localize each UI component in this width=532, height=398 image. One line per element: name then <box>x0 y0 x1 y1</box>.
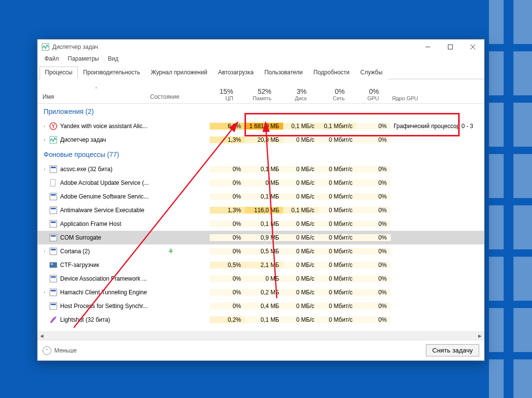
process-row[interactable]: Antimalware Service Executable 1,3% 116,… <box>38 203 484 217</box>
window-title: Диспетчер задач <box>52 44 417 50</box>
menu-view[interactable]: Вид <box>104 54 122 63</box>
process-row[interactable]: › Y Yandex with voice assistant Alic... … <box>38 119 484 133</box>
cell-cpu: 0% <box>210 275 245 282</box>
process-icon <box>49 316 57 324</box>
close-button[interactable] <box>462 40 484 54</box>
process-name: Host Process for Setting Synchr... <box>60 303 168 310</box>
process-name: Antimalware Service Executable <box>60 207 168 214</box>
cell-gpu: 0% <box>356 136 391 143</box>
cell-cpu: 0,2% <box>210 316 245 323</box>
cell-memory: 2,1 МБ <box>245 262 283 268</box>
scroll-left-icon[interactable]: ◀ <box>38 332 46 340</box>
process-name: Adobe Acrobat Update Service (... <box>60 179 168 186</box>
maximize-button[interactable] <box>439 40 462 54</box>
scroll-right-icon[interactable]: ▶ <box>476 332 484 340</box>
minimize-button[interactable] <box>417 40 439 54</box>
tabs: Процессы Производительность Журнал прило… <box>38 66 484 79</box>
tab-details[interactable]: Подробности <box>308 66 355 79</box>
cell-cpu: 0% <box>210 289 245 296</box>
expand-icon[interactable]: › <box>42 290 47 295</box>
process-icon <box>49 247 57 255</box>
col-status[interactable]: Состояние <box>150 93 202 103</box>
process-row[interactable]: Device Association Framework ... 0% 0 МБ… <box>38 272 484 286</box>
horizontal-scrollbar[interactable]: ◀ ▶ <box>38 332 484 340</box>
cell-memory: 0,5 МБ <box>245 248 283 255</box>
col-disk[interactable]: 3%Диск <box>275 88 310 103</box>
sort-caret-icon: ⌃ <box>43 87 150 91</box>
process-row[interactable]: Lightshot (32 бита) 0,2% 0,1 МБ 0 МБ/с 0… <box>38 313 484 327</box>
tab-services[interactable]: Службы <box>355 66 388 79</box>
expand-icon[interactable]: › <box>42 137 47 142</box>
tab-startup[interactable]: Автозагрузка <box>213 66 259 79</box>
process-icon <box>49 206 57 214</box>
svg-rect-2 <box>448 45 453 49</box>
process-row[interactable]: Application Frame Host 0% 0,1 МБ 0 МБ/с … <box>38 217 484 231</box>
process-name: Yandex with voice assistant Alic... <box>60 123 168 130</box>
process-row[interactable]: › Диспетчер задач 1,3% 20,8 МБ 0 МБ/с 0 … <box>38 133 484 147</box>
process-list[interactable]: Приложения (2) › Y Yandex with voice ass… <box>38 104 484 332</box>
cell-memory: 0,1 МБ <box>245 166 283 173</box>
cell-memory: 0,1 МБ <box>245 221 283 227</box>
col-memory[interactable]: 52%Память <box>237 88 275 103</box>
cell-gpu-core: Графический процессор 0 - 3 <box>391 123 464 130</box>
cell-memory: 0 МБ <box>245 179 283 186</box>
tab-users[interactable]: Пользователи <box>259 66 308 79</box>
process-name: Hamachi Client Tunneling Engine <box>60 289 168 296</box>
expand-icon[interactable]: › <box>42 124 47 129</box>
cell-disk: 0 МБ/с <box>283 166 318 173</box>
menu-file[interactable]: Файл <box>41 54 63 63</box>
cell-network: 0 Мбит/с <box>318 207 356 214</box>
process-name: Adobe Genuine Software Servic... <box>60 193 168 200</box>
process-icon <box>49 193 57 200</box>
cell-network: 0 Мбит/с <box>318 136 356 143</box>
tab-app-history[interactable]: Журнал приложений <box>146 66 213 79</box>
cell-network: 0 Мбит/с <box>318 166 356 173</box>
cell-cpu: 0% <box>210 234 245 241</box>
svg-rect-10 <box>50 179 55 186</box>
process-name: CTF-загрузчик <box>60 262 168 268</box>
end-task-button[interactable]: Снять задачу <box>426 344 479 356</box>
cell-disk: 0,1 МБ/с <box>283 207 318 214</box>
task-manager-window: Диспетчер задач Файл Параметры Вид Проце… <box>37 39 485 361</box>
expand-icon[interactable]: › <box>42 249 47 254</box>
process-row[interactable]: Adobe Genuine Software Servic... 0% 0,1 … <box>38 190 484 203</box>
process-name: Application Frame Host <box>60 221 168 227</box>
svg-rect-18 <box>51 235 56 237</box>
col-cpu[interactable]: 15%ЦП <box>202 88 237 103</box>
process-icon: Y <box>49 122 57 130</box>
tab-performance[interactable]: Производительность <box>78 66 145 79</box>
menu-options[interactable]: Параметры <box>64 54 103 63</box>
process-row[interactable]: Adobe Acrobat Update Service (... 0% 0 М… <box>38 176 484 190</box>
process-row[interactable]: CTF-загрузчик 0,5% 2,1 МБ 0 МБ/с 0 Мбит/… <box>38 258 484 272</box>
expand-icon[interactable]: › <box>42 167 47 172</box>
tab-processes[interactable]: Процессы <box>40 66 78 79</box>
cell-cpu: 1,3% <box>210 136 245 143</box>
titlebar[interactable]: Диспетчер задач <box>38 40 484 54</box>
col-gpu-core[interactable]: Ядро GPU <box>383 95 422 103</box>
cell-disk: 0 МБ/с <box>283 234 318 241</box>
cell-disk: 0 МБ/с <box>283 248 318 255</box>
cell-network: 0 Мбит/с <box>318 275 356 282</box>
col-gpu[interactable]: 0%GPU <box>349 88 383 103</box>
cell-disk: 0 МБ/с <box>283 262 318 268</box>
process-status: ⚘ <box>168 247 210 255</box>
cell-network: 0 Мбит/с <box>318 234 356 241</box>
process-row[interactable]: › Cortana (2) ⚘ 0% 0,5 МБ 0 МБ/с 0 Мбит/… <box>38 244 484 258</box>
process-row[interactable]: › acsvc.exe (32 бита) 0% 0,1 МБ 0 МБ/с 0… <box>38 162 484 176</box>
cell-gpu: 0% <box>356 316 391 323</box>
cell-disk: 0,1 МБ/с <box>283 123 318 130</box>
col-network[interactable]: 0%Сеть <box>310 88 349 103</box>
cell-gpu: 0% <box>356 193 391 200</box>
process-icon <box>49 261 57 269</box>
process-icon <box>49 165 57 173</box>
cell-memory: 0,1 МБ <box>245 316 283 323</box>
cell-disk: 0 МБ/с <box>283 289 318 296</box>
cell-cpu: 0,5% <box>210 262 245 268</box>
col-name[interactable]: ⌃ Имя <box>38 87 150 103</box>
fewer-details-button[interactable]: ⌃ Меньше <box>43 346 77 355</box>
process-row[interactable]: COM Surrogate 0% 0,9 МБ 0 МБ/с 0 Мбит/с … <box>38 231 484 244</box>
cell-gpu: 0% <box>356 275 391 282</box>
process-row[interactable]: Host Process for Setting Synchr... 0% 0,… <box>38 299 484 313</box>
svg-rect-24 <box>51 276 56 278</box>
process-row[interactable]: › Hamachi Client Tunneling Engine 0% 0,2… <box>38 286 484 299</box>
